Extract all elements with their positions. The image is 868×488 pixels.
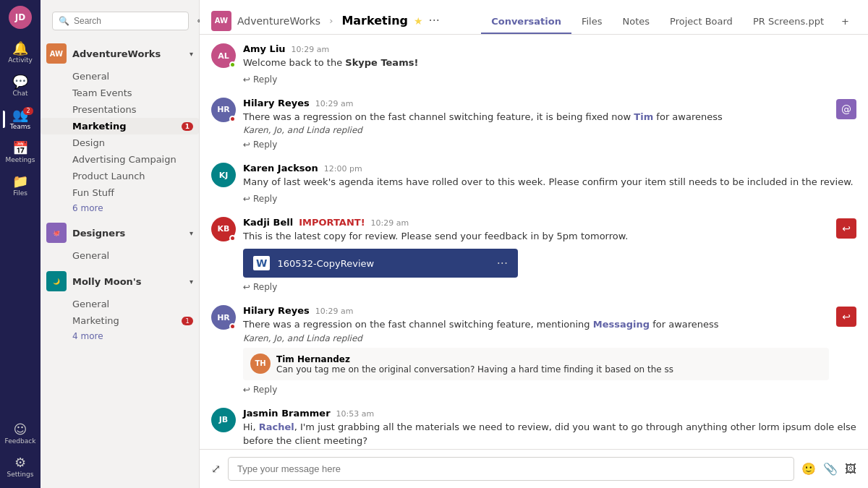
message-author: Amy Liu — [243, 43, 286, 54]
message-body: Karen Jackson 12:00 pm Many of last week… — [243, 163, 856, 205]
channel-marketing[interactable]: Marketing 1 — [41, 118, 199, 134]
message-row: HR Hilary Reyes 10:29 am There was a reg… — [211, 305, 856, 396]
tab-project-board[interactable]: Project Board — [660, 10, 743, 34]
reply-button[interactable]: ↩ Reply — [243, 73, 856, 86]
nav-label-settings: Settings — [7, 471, 34, 478]
compose-area: ⤢ 🙂 📎 🖼 — [200, 449, 868, 488]
nav-label-teams: Teams — [10, 123, 30, 130]
message-row: KB Kadji Bell IMPORTANT! 10:29 am This i… — [211, 217, 856, 294]
channel-team-events[interactable]: Team Events — [41, 85, 199, 101]
message-author: Hilary Reyes — [243, 305, 310, 316]
avatar: JB — [211, 408, 236, 432]
tab-conversation[interactable]: Conversation — [481, 10, 571, 34]
message-time: 10:29 am — [371, 218, 409, 228]
team-header-mollymoons[interactable]: 🌙 Molly Moon's ▾ — [41, 267, 199, 296]
team-avatar-designers: 🐙 — [46, 223, 67, 243]
compose-actions: 🙂 📎 🖼 — [801, 462, 856, 476]
channel-fun-stuff[interactable]: Fun Stuff — [41, 184, 199, 201]
team-chevron-icon-mollymoons: ▾ — [190, 278, 193, 286]
nav-item-teams[interactable]: 👥 Teams 2 — [3, 104, 38, 134]
message-text: This is the latest copy for review. Plea… — [243, 229, 829, 244]
chat-icon: 💬 — [12, 75, 28, 88]
tab-add-button[interactable]: + — [834, 10, 856, 34]
nav-item-chat[interactable]: 💬 Chat — [3, 71, 38, 101]
attachment-icon[interactable]: 📎 — [823, 462, 838, 476]
share-action-icon-2: ↩ — [836, 307, 856, 327]
avatar: KJ — [211, 163, 236, 187]
tab-files[interactable]: Files — [571, 10, 613, 34]
reply-button[interactable]: ↩ Reply — [243, 192, 856, 205]
team-header-adventureworks[interactable]: AW AdventureWorks ▾ — [41, 39, 199, 68]
reply-button[interactable]: ↩ Reply — [243, 281, 829, 294]
message-body: Kadji Bell IMPORTANT! 10:29 am This is t… — [243, 217, 829, 294]
sidebar-content: AW AdventureWorks ▾ General Team Events … — [41, 39, 199, 488]
file-attachment[interactable]: W 160532-CopyReview ··· — [243, 249, 518, 278]
search-box[interactable]: 🔍 — [52, 12, 189, 30]
channel-mollymoons-marketing[interactable]: Marketing 1 — [41, 312, 199, 329]
channel-title: Marketing — [341, 14, 408, 27]
breadcrumb: AdventureWorks — [237, 15, 320, 27]
channel-product-launch[interactable]: Product Launch — [41, 168, 199, 184]
channel-general[interactable]: General — [41, 68, 199, 85]
message-row: KJ Karen Jackson 12:00 pm Many of last w… — [211, 163, 856, 205]
tab-pr-screens[interactable]: PR Screens.ppt — [743, 10, 834, 34]
breadcrumb-separator: › — [329, 15, 333, 26]
nav-item-settings[interactable]: ⚙ Settings — [3, 452, 38, 482]
message-text: There was a regression on the fast chann… — [243, 317, 829, 332]
team-avatar-mollymoons: 🌙 — [46, 271, 67, 291]
reply-button[interactable]: ↩ Reply — [243, 383, 829, 396]
team-header-designers[interactable]: 🐙 Designers ▾ — [41, 218, 199, 247]
message-time: 10:53 am — [336, 409, 375, 419]
team-name-designers: Designers — [72, 228, 184, 239]
nav-item-activity[interactable]: 🔔 Activity — [3, 38, 38, 68]
message-author: Karen Jackson — [243, 163, 318, 174]
channel-more-icon[interactable]: ··· — [429, 14, 440, 27]
more-channels-mollymoons[interactable]: 4 more — [41, 329, 199, 343]
channel-presentations[interactable]: Presentations — [41, 101, 199, 118]
message-meta: Jasmin Brammer 10:53 am — [243, 408, 856, 419]
nav-item-meetings[interactable]: 📅 Meetings — [3, 137, 38, 168]
team-logo: AW — [211, 11, 231, 31]
reply-button[interactable]: ↩ Reply — [243, 138, 829, 151]
nav-item-feedback[interactable]: ☺ Feedback — [3, 419, 38, 449]
settings-icon: ⚙ — [14, 456, 26, 469]
message-row: JB Jasmin Brammer 10:53 am Hi, Rachel, I… — [211, 408, 856, 450]
more-channels-adventureworks[interactable]: 6 more — [41, 201, 199, 215]
word-icon: W — [253, 256, 270, 270]
avatar: HR — [211, 98, 236, 122]
team-name-adventureworks: AdventureWorks — [72, 48, 184, 59]
nested-reply: TH Tim Hernandez Can you tag me on the o… — [243, 348, 829, 380]
compose-input[interactable] — [228, 457, 794, 481]
nav-label-files: Files — [13, 189, 27, 197]
search-input[interactable] — [74, 16, 182, 26]
channel-designers-general[interactable]: General — [41, 247, 199, 264]
file-more-icon[interactable]: ··· — [497, 257, 508, 270]
message-time: 10:29 am — [315, 307, 354, 316]
nested-avatar: TH — [250, 354, 271, 374]
team-group-mollymoons: 🌙 Molly Moon's ▾ General Marketing 1 4 m… — [41, 267, 199, 343]
emoji-icon[interactable]: 🙂 — [801, 462, 816, 476]
nav-item-files[interactable]: 📁 Files — [3, 171, 38, 201]
avatar: KB — [211, 217, 236, 241]
star-icon[interactable]: ★ — [414, 15, 423, 27]
message-body: Hilary Reyes 10:29 am There was a regres… — [243, 98, 829, 152]
message-body: Jasmin Brammer 10:53 am Hi, Rachel, I'm … — [243, 408, 856, 450]
status-dot — [229, 116, 236, 122]
message-time: 10:29 am — [315, 99, 354, 108]
user-avatar[interactable]: JD — [9, 6, 32, 29]
channel-design[interactable]: Design — [41, 134, 199, 151]
channel-advertising[interactable]: Advertising Campaign — [41, 151, 199, 168]
status-dot — [229, 323, 236, 330]
message-meta: Karen Jackson 12:00 pm — [243, 163, 856, 174]
nav-label-meetings: Meetings — [6, 156, 35, 163]
teams-badge: 2 — [23, 107, 33, 115]
tab-notes[interactable]: Notes — [613, 10, 660, 34]
expand-icon[interactable]: ⤢ — [211, 462, 221, 476]
mention-action-icon: @ — [836, 99, 856, 119]
sidebar: 🔍 ✏️ AW AdventureWorks ▾ General Team Ev… — [41, 0, 200, 488]
message-author: Jasmin Brammer — [243, 408, 331, 419]
channel-mollymoons-general[interactable]: General — [41, 296, 199, 312]
channel-tabs: Conversation Files Notes Project Board P… — [481, 10, 856, 34]
sticker-icon[interactable]: 🖼 — [845, 462, 856, 476]
team-group-adventureworks: AW AdventureWorks ▾ General Team Events … — [41, 39, 199, 215]
